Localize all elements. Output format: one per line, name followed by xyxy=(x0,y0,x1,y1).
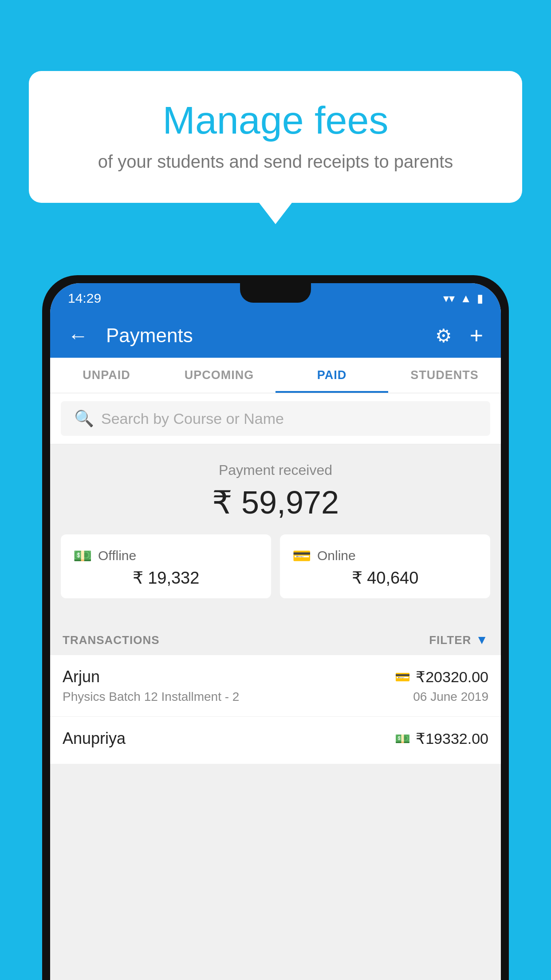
online-label: Online xyxy=(317,548,356,563)
cash-icon: 💵 xyxy=(395,731,410,746)
search-container: 🔍 Search by Course or Name xyxy=(50,393,501,444)
payment-amount: ₹ 59,972 xyxy=(50,484,501,521)
transaction-name: Arjun xyxy=(63,668,100,686)
offline-amount: ₹ 19,332 xyxy=(73,568,259,588)
transaction-top: Arjun 💳 ₹20320.00 xyxy=(63,668,488,686)
online-card: 💳 Online ₹ 40,640 xyxy=(280,534,490,598)
add-button[interactable]: + xyxy=(465,318,488,353)
app-bar: ← Payments ⚙ + xyxy=(50,313,501,358)
payment-label: Payment received xyxy=(50,462,501,478)
status-time: 14:29 xyxy=(68,291,101,306)
status-icons: ▾▾ ▲ ▮ xyxy=(443,292,483,305)
wifi-icon: ▾▾ xyxy=(443,292,455,305)
payment-section: Payment received ₹ 59,972 💵 Offline ₹ 19… xyxy=(50,444,501,625)
online-icon: 💳 xyxy=(292,547,311,565)
filter-icon: ▼ xyxy=(476,633,488,647)
phone-frame: 14:29 ▾▾ ▲ ▮ ← Payments ⚙ + UNPAID UPCOM… xyxy=(42,275,509,980)
app-bar-title: Payments xyxy=(106,324,422,347)
payment-cards-row: 💵 Offline ₹ 19,332 💳 Online ₹ 40,640 xyxy=(50,534,501,612)
transaction-amount: ₹20320.00 xyxy=(416,668,488,686)
bubble-subtitle: of your students and send receipts to pa… xyxy=(51,152,500,172)
transaction-bottom: Physics Batch 12 Installment - 2 06 June… xyxy=(63,690,488,704)
settings-button[interactable]: ⚙ xyxy=(431,320,457,351)
transaction-top: Anupriya 💵 ₹19332.00 xyxy=(63,729,488,748)
transaction-course: Physics Batch 12 Installment - 2 xyxy=(63,690,239,704)
offline-card: 💵 Offline ₹ 19,332 xyxy=(61,534,271,598)
transaction-date: 06 June 2019 xyxy=(413,690,488,704)
tab-paid[interactable]: PAID xyxy=(276,358,388,393)
signal-icon: ▲ xyxy=(460,292,472,305)
online-card-header: 💳 Online xyxy=(292,547,478,565)
offline-label: Offline xyxy=(98,548,136,563)
offline-icon: 💵 xyxy=(73,547,92,565)
tab-upcoming[interactable]: UPCOMING xyxy=(163,358,276,393)
filter-button[interactable]: FILTER ▼ xyxy=(429,633,488,647)
tab-students[interactable]: STUDENTS xyxy=(388,358,501,393)
search-placeholder: Search by Course or Name xyxy=(101,410,284,427)
back-button[interactable]: ← xyxy=(63,319,93,352)
transactions-label: TRANSACTIONS xyxy=(63,633,160,647)
online-amount: ₹ 40,640 xyxy=(292,568,478,588)
transaction-amount-wrap: 💵 ₹19332.00 xyxy=(395,730,488,747)
battery-icon: ▮ xyxy=(477,292,483,305)
search-bar[interactable]: 🔍 Search by Course or Name xyxy=(61,401,490,436)
transactions-header: TRANSACTIONS FILTER ▼ xyxy=(50,625,501,655)
transaction-amount: ₹19332.00 xyxy=(416,730,488,747)
search-icon: 🔍 xyxy=(74,409,94,428)
tab-bar: UNPAID UPCOMING PAID STUDENTS xyxy=(50,358,501,393)
table-row[interactable]: Anupriya 💵 ₹19332.00 xyxy=(50,717,501,764)
speech-bubble: Manage fees of your students and send re… xyxy=(29,71,522,203)
tab-unpaid[interactable]: UNPAID xyxy=(50,358,163,393)
phone-notch xyxy=(240,283,311,303)
card-icon: 💳 xyxy=(395,670,410,684)
filter-label: FILTER xyxy=(429,633,471,647)
transaction-amount-wrap: 💳 ₹20320.00 xyxy=(395,668,488,686)
table-row[interactable]: Arjun 💳 ₹20320.00 Physics Batch 12 Insta… xyxy=(50,655,501,717)
phone-screen: 14:29 ▾▾ ▲ ▮ ← Payments ⚙ + UNPAID UPCOM… xyxy=(50,283,501,980)
transaction-name: Anupriya xyxy=(63,729,126,748)
offline-card-header: 💵 Offline xyxy=(73,547,259,565)
bubble-title: Manage fees xyxy=(51,98,500,143)
